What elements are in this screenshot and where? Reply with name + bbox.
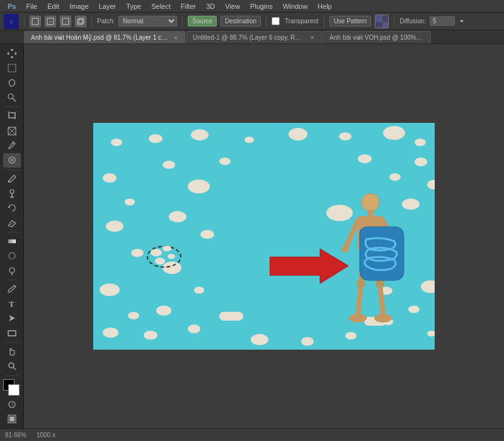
tab-bar: Ảnh bài viết Hoàn Mỹ.psd @ 81.7% (Layer … xyxy=(0,30,504,44)
pill-3 xyxy=(191,129,209,140)
tool-separator-3 xyxy=(4,232,20,232)
menu-bar: Ps File Edit Image Layer Type Select Fil… xyxy=(0,0,504,13)
tab-2-close[interactable]: ✕ xyxy=(310,35,315,41)
pill-29 xyxy=(427,180,435,190)
clone-stamp-tool[interactable] xyxy=(3,186,21,200)
tool-mode-subtract[interactable]: - xyxy=(60,16,71,27)
home-icon[interactable]: ⌂ xyxy=(4,14,19,29)
screen-mode-tool[interactable] xyxy=(3,412,21,426)
menu-help[interactable]: Help xyxy=(312,1,337,11)
eraser-tool[interactable] xyxy=(3,215,21,229)
separator4 xyxy=(266,16,266,27)
pill-9 xyxy=(103,173,117,183)
intestine-organ xyxy=(357,224,407,284)
separator6 xyxy=(394,16,394,27)
canvas-area[interactable] xyxy=(24,44,504,428)
tab-1[interactable]: Ảnh bài viết Hoàn Mỹ.psd @ 81.7% (Layer … xyxy=(24,31,185,43)
shape-tool[interactable] xyxy=(3,326,21,340)
pill-sel-1 xyxy=(151,249,162,256)
tab-2[interactable]: Untitled-1 @ 88.7% (Layer 6 copy, RGB/8#… xyxy=(186,31,322,43)
transparent-checkbox[interactable] xyxy=(272,17,280,25)
menu-layer[interactable]: Layer xyxy=(94,1,122,11)
brush-tool[interactable] xyxy=(3,172,21,186)
toolbar: T xyxy=(0,44,24,428)
hand-tool[interactable] xyxy=(3,345,21,358)
main-area: T xyxy=(0,44,504,428)
red-arrow xyxy=(270,246,352,288)
svg-line-14 xyxy=(13,98,16,101)
spot-healing-tool[interactable] xyxy=(3,153,21,167)
tool-mode-add[interactable]: + xyxy=(45,16,56,27)
tool-mode-intersect[interactable] xyxy=(75,16,86,27)
blur-tool[interactable] xyxy=(3,249,21,263)
pen-tool[interactable] xyxy=(3,282,21,296)
doc-dimensions: 1000 x xyxy=(37,432,55,438)
pill-26 xyxy=(389,173,401,181)
zoom-tool[interactable] xyxy=(3,359,21,373)
destination-button[interactable]: Destination xyxy=(220,16,261,26)
svg-point-24 xyxy=(9,253,15,259)
tab-3[interactable]: Ảnh bài viết VOH.psd @ 100% (Layer 6 cop… xyxy=(323,31,431,43)
pill-6 xyxy=(339,132,352,140)
menu-plugins[interactable]: Plugins xyxy=(245,1,278,11)
pill-28 xyxy=(415,158,427,166)
menu-window[interactable]: Window xyxy=(278,1,312,11)
eyedropper-tool[interactable] xyxy=(3,139,21,152)
use-pattern-button[interactable]: Use Pattern xyxy=(329,16,372,26)
menu-type[interactable]: Type xyxy=(121,1,146,11)
svg-point-20 xyxy=(8,180,9,182)
menu-ps[interactable]: Ps xyxy=(3,1,21,11)
frame-tool[interactable] xyxy=(3,124,21,138)
options-bar: ⌂ + - Patch: Normal Content-Aware Source… xyxy=(0,13,504,30)
menu-filter[interactable]: Filter xyxy=(176,1,201,11)
background-color[interactable] xyxy=(8,384,20,396)
svg-rect-0 xyxy=(32,18,38,25)
svg-rect-34 xyxy=(367,210,374,216)
dodge-tool[interactable] xyxy=(3,263,21,277)
path-select-tool[interactable] xyxy=(3,311,21,325)
pill-16 xyxy=(163,161,175,169)
gradient-tool[interactable] xyxy=(3,234,21,248)
svg-line-44 xyxy=(380,284,383,315)
history-brush-tool[interactable] xyxy=(3,201,21,215)
pill-20 xyxy=(200,230,214,239)
svg-rect-7 xyxy=(375,15,382,22)
color-swatches[interactable] xyxy=(3,379,21,396)
menu-view[interactable]: View xyxy=(220,1,245,11)
svg-point-21 xyxy=(10,190,14,193)
svg-marker-48 xyxy=(270,249,348,284)
diffusion-input[interactable] xyxy=(430,16,455,26)
menu-file[interactable]: File xyxy=(21,1,42,11)
svg-rect-12 xyxy=(8,64,16,72)
tool-mode-new[interactable] xyxy=(30,16,41,27)
tool-separator-5 xyxy=(4,342,20,343)
svg-point-13 xyxy=(8,94,13,99)
tool-separator-4 xyxy=(4,280,20,280)
tab-1-close[interactable]: ✕ xyxy=(173,35,178,41)
quick-select-tool[interactable] xyxy=(3,91,21,105)
svg-rect-6 xyxy=(79,18,84,23)
type-tool[interactable]: T xyxy=(3,297,21,311)
tab-2-label: Untitled-1 @ 88.7% (Layer 6 copy, RGB/8#… xyxy=(193,34,306,41)
crop-tool[interactable] xyxy=(3,109,21,123)
source-button[interactable]: Source xyxy=(188,16,217,26)
pill-27 xyxy=(402,198,420,210)
rectangle-marquee-tool[interactable] xyxy=(3,61,21,75)
lasso-tool[interactable] xyxy=(3,76,21,90)
patch-label: Patch: xyxy=(97,18,115,25)
svg-point-33 xyxy=(362,193,379,211)
patch-select[interactable]: Normal Content-Aware xyxy=(118,16,177,26)
svg-line-18 xyxy=(13,143,14,144)
tab-3-label: Ảnh bài viết VOH.psd @ 100% (Layer 6 cop… xyxy=(329,34,424,41)
svg-point-28 xyxy=(9,363,14,368)
move-tool[interactable] xyxy=(3,47,21,60)
quick-mask-tool[interactable] xyxy=(3,398,21,411)
tool-separator-2 xyxy=(4,169,20,170)
svg-rect-27 xyxy=(8,331,16,336)
menu-image[interactable]: Image xyxy=(64,1,94,11)
svg-point-25 xyxy=(9,268,14,273)
menu-select[interactable]: Select xyxy=(146,1,176,11)
menu-3d[interactable]: 3D xyxy=(201,1,220,11)
separator5 xyxy=(324,16,324,27)
menu-edit[interactable]: Edit xyxy=(42,1,64,11)
